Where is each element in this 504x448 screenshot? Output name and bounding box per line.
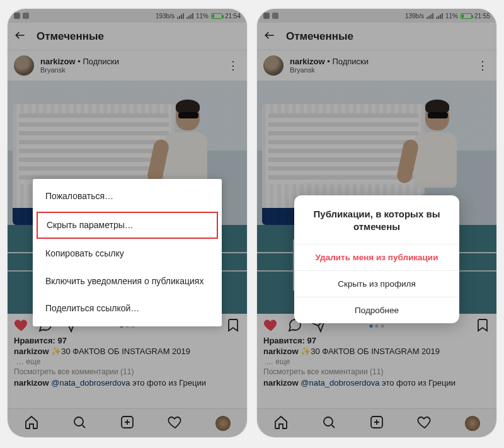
menu-hide-options[interactable]: Скрыть параметры… <box>37 212 218 239</box>
like-icon[interactable] <box>263 318 278 335</box>
battery-pct: 11% <box>445 13 458 20</box>
svg-point-2 <box>324 417 333 426</box>
dialog-more[interactable]: Подробнее <box>294 297 459 323</box>
dialog-title: Публикации, в которых вы отмечены <box>294 195 459 244</box>
comment-mention[interactable]: @nata_dobroserdova <box>301 378 379 388</box>
post-more-icon[interactable]: ⋮ <box>226 59 241 72</box>
net-speed: 193b/s <box>156 13 175 20</box>
view-all-comments[interactable]: Посмотреть все комментарии (11) <box>257 366 496 377</box>
profile-icon[interactable] <box>215 416 231 431</box>
comment-user[interactable]: narkizow <box>14 378 49 388</box>
dialog-hide-profile[interactable]: Скрыть из профиля <box>294 270 459 297</box>
comment-rest: это фото из Греции <box>382 378 455 388</box>
view-all-comments[interactable]: Посмотреть все комментарии (11) <box>8 366 247 377</box>
bookmark-icon[interactable] <box>226 318 241 335</box>
caption-user[interactable]: narkizow <box>14 347 49 356</box>
tag-options-dialog: Публикации, в которых вы отмечены Удалит… <box>294 195 459 323</box>
status-bar: 139b/s 11% 21:55 <box>257 9 496 23</box>
search-icon[interactable] <box>72 415 87 432</box>
signal-icon <box>427 13 433 19</box>
caption-user[interactable]: narkizow <box>263 347 299 356</box>
app-header: Отмеченные <box>257 23 496 50</box>
post-location[interactable]: Bryansk <box>40 66 219 74</box>
screenshot-icon <box>23 13 29 19</box>
activity-icon[interactable] <box>168 415 183 432</box>
post-username[interactable]: narkizow <box>290 57 325 66</box>
status-bar: 193b/s 11% 21:54 <box>8 9 247 23</box>
battery-icon <box>211 13 222 19</box>
likes-count[interactable]: Нравится: 97 <box>257 336 496 345</box>
caption-more[interactable]: … еще <box>257 357 496 366</box>
home-icon[interactable] <box>24 415 39 432</box>
home-icon[interactable] <box>273 415 289 432</box>
bottom-nav <box>257 408 496 437</box>
add-post-icon[interactable] <box>369 415 384 432</box>
dialog-remove-me[interactable]: Удалить меня из публикации <box>294 244 459 270</box>
menu-report[interactable]: Пожаловаться… <box>33 183 222 210</box>
comment-rest: это фото из Греции <box>132 378 206 388</box>
caption-text: ✨30 ФАКТОВ ОБ INSTAGRAM 2019 <box>301 347 440 356</box>
back-icon[interactable] <box>263 29 276 43</box>
clock: 21:54 <box>225 13 241 20</box>
menu-copy-link[interactable]: Копировать ссылку <box>33 240 222 268</box>
net-speed: 139b/s <box>405 13 424 20</box>
add-post-icon[interactable] <box>120 415 135 432</box>
post-header: narkizow • Подписки Bryansk ⋮ <box>8 50 247 81</box>
post-more-icon[interactable]: ⋮ <box>475 59 490 72</box>
activity-icon[interactable] <box>417 415 432 432</box>
camera-icon <box>14 13 20 19</box>
battery-pct: 11% <box>196 13 209 20</box>
caption-text: ✨30 ФАКТОВ ОБ INSTAGRAM 2019 <box>51 347 190 356</box>
signal-icon-2 <box>436 13 443 19</box>
post-username[interactable]: narkizow <box>40 57 76 66</box>
avatar[interactable] <box>14 55 34 76</box>
post-header: narkizow • Подписки Bryansk ⋮ <box>257 50 496 81</box>
carousel-dots <box>370 325 384 328</box>
menu-share-link[interactable]: Поделиться ссылкой… <box>33 295 222 323</box>
comment-user[interactable]: narkizow <box>263 378 299 388</box>
battery-icon <box>461 13 472 19</box>
back-icon[interactable] <box>14 29 26 43</box>
follow-label[interactable]: Подписки <box>83 57 119 66</box>
search-icon[interactable] <box>321 415 336 432</box>
caption-more[interactable]: … еще <box>8 357 247 366</box>
menu-enable-notifications[interactable]: Включить уведомления о публикациях <box>33 268 222 296</box>
signal-icon <box>177 13 184 19</box>
profile-icon[interactable] <box>465 416 480 431</box>
app-header: Отмеченные <box>8 23 247 50</box>
phone-right: 139b/s 11% 21:55 Отмеченные narkizow • П… <box>257 9 496 437</box>
signal-icon-2 <box>186 13 193 19</box>
like-icon[interactable] <box>14 318 29 335</box>
screenshot-icon <box>272 13 278 19</box>
context-menu: Пожаловаться… Скрыть параметры… Копирова… <box>33 179 222 326</box>
bottom-nav <box>8 408 247 437</box>
avatar[interactable] <box>263 55 284 76</box>
follow-label[interactable]: Подписки <box>332 57 369 66</box>
likes-count[interactable]: Нравится: 97 <box>8 336 247 345</box>
post-location[interactable]: Bryansk <box>290 66 469 74</box>
caption: narkizow ✨30 ФАКТОВ ОБ INSTAGRAM 2019 <box>8 345 247 357</box>
bookmark-icon[interactable] <box>475 318 490 335</box>
comment: narkizow @nata_dobroserdova это фото из … <box>257 377 496 388</box>
svg-point-0 <box>74 417 83 426</box>
caption: narkizow ✨30 ФАКТОВ ОБ INSTAGRAM 2019 <box>257 345 496 357</box>
page-title: Отмеченные <box>286 30 353 43</box>
phone-left: 193b/s 11% 21:54 Отмеченные narkizow • П… <box>8 9 247 437</box>
page-title: Отмеченные <box>37 30 104 43</box>
camera-icon <box>263 13 270 19</box>
comment: narkizow @nata_dobroserdova это фото из … <box>8 377 247 388</box>
comment-mention[interactable]: @nata_dobroserdova <box>51 378 130 388</box>
clock: 21:55 <box>474 13 490 20</box>
